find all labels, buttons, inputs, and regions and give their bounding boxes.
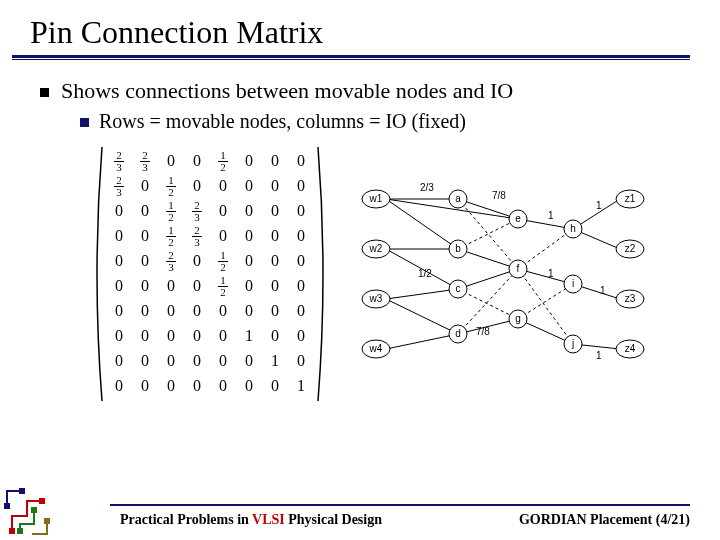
matrix-cell: 0 (236, 149, 262, 174)
svg-line-1 (386, 199, 458, 249)
svg-line-17 (518, 229, 573, 269)
svg-rect-74 (31, 507, 37, 513)
matrix-cell: 0 (132, 174, 158, 199)
matrix-cell: 0 (262, 174, 288, 199)
svg-text:d: d (455, 328, 461, 339)
svg-rect-77 (44, 518, 50, 524)
matrix-cell: 0 (106, 349, 132, 374)
bullet-level2: Rows = movable nodes, columns = IO (fixe… (80, 110, 690, 133)
matrix-cell: 0 (210, 349, 236, 374)
footer-text: Physical Design (285, 512, 382, 527)
matrix-cell: 23 (184, 199, 210, 224)
matrix-cell: 0 (184, 374, 210, 399)
matrix-cell: 1 (288, 374, 314, 399)
connection-graph: w1w2w3w4 z1z2z3z4 abcdefghij 2/37/81/27/… (358, 169, 648, 379)
matrix-cell: 0 (158, 374, 184, 399)
footer-rule (110, 504, 690, 506)
svg-text:7/8: 7/8 (476, 326, 490, 337)
svg-text:1: 1 (548, 268, 554, 279)
matrix-cell: 0 (236, 299, 262, 324)
matrix-cell: 1 (262, 349, 288, 374)
matrix-cell: 0 (236, 374, 262, 399)
matrix-cell: 0 (106, 274, 132, 299)
matrix-cell: 0 (262, 224, 288, 249)
matrix-cell: 0 (158, 149, 184, 174)
svg-text:z1: z1 (625, 193, 636, 204)
matrix-cell: 23 (106, 149, 132, 174)
svg-text:1: 1 (596, 350, 602, 361)
matrix-cell: 0 (236, 349, 262, 374)
matrix-cell: 0 (132, 249, 158, 274)
svg-rect-71 (9, 528, 15, 534)
svg-text:2/3: 2/3 (420, 182, 434, 193)
matrix-cell: 12 (158, 199, 184, 224)
matrix-cell: 0 (184, 249, 210, 274)
footer-text: Practical Problems in (120, 512, 252, 527)
bullet-text: Rows = movable nodes, columns = IO (fixe… (99, 110, 466, 133)
matrix-cell: 0 (288, 324, 314, 349)
matrix-cell: 0 (158, 324, 184, 349)
matrix-cell: 0 (210, 299, 236, 324)
matrix-cell: 1 (236, 324, 262, 349)
matrix-cell: 0 (106, 224, 132, 249)
matrix-cell: 0 (262, 324, 288, 349)
square-bullet-icon (40, 88, 49, 97)
svg-text:1: 1 (600, 285, 606, 296)
matrix-cell: 12 (210, 149, 236, 174)
matrix-cell: 23 (132, 149, 158, 174)
svg-line-7 (386, 334, 458, 349)
matrix-cell: 0 (132, 224, 158, 249)
matrix-cell: 0 (106, 299, 132, 324)
matrix-cell: 0 (210, 199, 236, 224)
svg-rect-76 (19, 488, 25, 494)
bullet-level1: Shows connections between movable nodes … (40, 78, 690, 104)
footer-left: Practical Problems in VLSI Physical Desi… (120, 512, 382, 528)
matrix-cell: 0 (288, 224, 314, 249)
matrix-cell: 0 (210, 174, 236, 199)
corner-tree-icon (2, 476, 80, 538)
matrix-cell: 0 (262, 149, 288, 174)
matrix-cell: 0 (106, 374, 132, 399)
svg-rect-73 (17, 528, 23, 534)
svg-text:w1: w1 (369, 193, 383, 204)
matrix-cell: 0 (132, 374, 158, 399)
matrix-cell: 12 (158, 174, 184, 199)
svg-text:z3: z3 (625, 293, 636, 304)
matrix-cell: 0 (262, 249, 288, 274)
matrix-cell: 0 (288, 199, 314, 224)
right-paren-icon (316, 145, 330, 403)
matrix-cell: 23 (158, 249, 184, 274)
body: Shows connections between movable nodes … (0, 60, 720, 403)
matrix-cell: 0 (184, 324, 210, 349)
matrix-cell: 0 (262, 299, 288, 324)
matrix-cell: 23 (106, 174, 132, 199)
matrix-cell: 0 (236, 174, 262, 199)
svg-line-5 (386, 289, 458, 299)
svg-rect-75 (4, 503, 10, 509)
matrix-cell: 0 (236, 274, 262, 299)
matrix-cell: 0 (184, 174, 210, 199)
left-paren-icon (90, 145, 104, 403)
matrix-cell: 0 (210, 224, 236, 249)
matrix-cell: 0 (184, 149, 210, 174)
matrix-cell: 0 (132, 299, 158, 324)
matrix-cell: 0 (210, 374, 236, 399)
matrix-grid: 2323001200023012000000012230000001223000… (104, 145, 316, 403)
svg-rect-72 (39, 498, 45, 504)
matrix-cell: 0 (158, 349, 184, 374)
svg-line-11 (458, 219, 518, 249)
matrix-cell: 0 (132, 274, 158, 299)
matrix-cell: 0 (288, 349, 314, 374)
footer-right: GORDIAN Placement (4/21) (519, 512, 690, 528)
matrix-cell: 23 (184, 224, 210, 249)
matrix-cell: 12 (158, 224, 184, 249)
svg-text:z4: z4 (625, 343, 636, 354)
svg-text:a: a (455, 193, 461, 204)
footer: Practical Problems in VLSI Physical Desi… (0, 504, 720, 528)
content-row: 2323001200023012000000012230000001223000… (90, 145, 690, 403)
matrix-cell: 0 (158, 274, 184, 299)
svg-text:j: j (571, 338, 574, 349)
svg-text:i: i (572, 278, 574, 289)
svg-text:c: c (456, 283, 461, 294)
svg-line-21 (518, 284, 573, 319)
